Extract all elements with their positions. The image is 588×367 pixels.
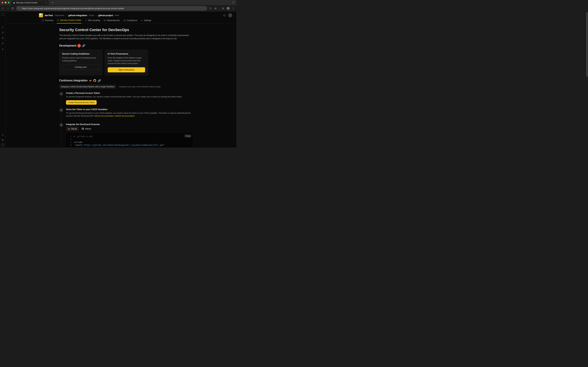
pill-gitlab[interactable]: GitLab	[66, 127, 79, 131]
svg-point-9	[2, 134, 3, 135]
theme-toggle-icon[interactable]	[223, 14, 226, 17]
svg-point-3	[19, 8, 20, 9]
tab-settings[interactable]: Settings	[141, 19, 151, 24]
breadcrumb: devTest Organization / github-integratio…	[45, 14, 119, 17]
breadcrumb-sep: /	[96, 14, 97, 17]
rail-circle-icon[interactable]	[1, 42, 4, 45]
svg-point-14	[105, 20, 105, 21]
rail-gear-icon[interactable]	[1, 133, 4, 136]
rail-list-icon[interactable]	[1, 31, 4, 34]
step-2: 2 Store the Token in your CI/CD Variable…	[59, 108, 193, 120]
create-pat-button[interactable]: Create Personal Access Token	[66, 100, 97, 105]
ci-sub-tabs: Integrate a whole DevSecOps-Pipeline wit…	[59, 85, 193, 89]
breadcrumb-asset[interactable]: github-project	[98, 14, 113, 17]
step-number: 3	[59, 123, 63, 127]
search-icon[interactable]	[209, 7, 212, 10]
sub-tab-step-by-step[interactable]: Integrate each part of the Pipeline Step…	[117, 85, 162, 89]
page-content: Security Control Center for DevSecOps Th…	[6, 24, 193, 148]
card-desc: Produce secure code by following secure …	[62, 56, 100, 62]
tab-overview[interactable]: Overview	[42, 19, 53, 24]
rail-collapse-icon[interactable]	[1, 144, 4, 146]
main-area: devTest Organization / github-integratio…	[6, 12, 236, 148]
svg-point-17	[142, 20, 142, 21]
step-title: Integrate the DevGuard-Scanner	[66, 123, 193, 125]
minimize-window[interactable]	[5, 2, 7, 3]
pill-github[interactable]: GitHub	[80, 127, 93, 131]
step-connector	[61, 113, 61, 123]
rail-edit-icon[interactable]	[1, 26, 4, 29]
browser-toolbar: https://main.devguard.org/devtest/projec…	[0, 5, 236, 12]
new-tab-button[interactable]: +	[52, 1, 53, 4]
breadcrumb-org[interactable]: devTest	[45, 14, 53, 17]
development-heading: Development 🔗	[59, 44, 193, 47]
top-bar: devTest Organization / github-integratio…	[6, 12, 236, 17]
tab-dependencies[interactable]: Dependencies	[104, 19, 120, 24]
step-1: 1 Create a Personal Access Token To use …	[59, 92, 193, 105]
step-title: Store the Token in your CI/CD Variables	[66, 108, 193, 111]
step-connector	[61, 128, 61, 148]
address-bar[interactable]: https://main.devguard.org/devtest/projec…	[16, 6, 207, 11]
bookmark-icon[interactable]	[214, 7, 217, 10]
breadcrumb-project-tag: Project	[89, 14, 94, 16]
browser-tab-bar: ◆ Security Control Center × +	[0, 0, 236, 5]
rail-panel-icon[interactable]	[1, 13, 4, 16]
reload-button[interactable]	[11, 7, 14, 10]
svg-point-6	[233, 8, 233, 8]
browser-tab[interactable]: ◆ Security Control Center ×	[11, 0, 49, 5]
step-number: 1	[59, 92, 63, 96]
tab-title: Security Control Center	[16, 1, 37, 4]
step-connector	[61, 97, 61, 108]
svg-point-4	[210, 8, 211, 9]
sub-tab-single-workflow[interactable]: Integrate a whole DevSecOps-Pipeline wit…	[59, 85, 116, 89]
forward-button[interactable]	[7, 7, 9, 10]
open-instructions-button[interactable]: Open Instructions	[108, 67, 145, 72]
breadcrumb-sep: /	[66, 14, 67, 17]
link-emoji-icon: 🔗	[82, 44, 86, 47]
step-3: 3 Integrate the DevGuard-Scanner GitLab …	[59, 123, 193, 148]
back-button[interactable]	[2, 7, 4, 10]
app-logo[interactable]	[39, 13, 43, 17]
rail-scale-icon[interactable]	[1, 37, 4, 39]
rail-help-icon[interactable]	[1, 139, 4, 141]
user-avatar[interactable]	[228, 13, 232, 17]
copy-button[interactable]: Copy	[184, 134, 191, 137]
code-block: Copy 1# .gitlab-ci.yml 2 3include: 4- re…	[66, 133, 193, 148]
maximize-window[interactable]	[8, 2, 9, 3]
left-rail: g	[0, 12, 6, 148]
step-desc: To use the DevGuard-Scanner in your CI/C…	[66, 112, 193, 117]
gitlab-docs-link[interactable]: GitLab Documentation	[95, 115, 114, 117]
svg-rect-0	[18, 8, 19, 8]
tab-compliance[interactable]: Compliance	[123, 19, 137, 24]
tab-risk-handling[interactable]: Risk handling	[85, 19, 100, 24]
github-icon	[93, 79, 96, 82]
site-settings-icon[interactable]	[18, 7, 20, 9]
profile-avatar[interactable]	[227, 7, 230, 10]
step-desc: To use the Devguard-Scanner, you need to…	[66, 95, 193, 98]
close-window[interactable]	[2, 2, 3, 3]
page-subtitle: The Security Control Center provides you…	[59, 34, 192, 40]
coming-soon-button[interactable]: Coming soon	[62, 64, 100, 70]
tab-security-control-center[interactable]: Security Control Center	[57, 19, 81, 24]
ci-heading: Continous Integration 🔗	[59, 79, 193, 82]
page-title: Security Control Center for DevSecOps	[59, 28, 193, 32]
gitlab-icon	[89, 79, 92, 82]
step-title: Create a Personal Access Token	[66, 92, 193, 94]
tab-favicon: ◆	[13, 1, 15, 4]
page-url: https://main.devguard.org/devtest/projec…	[22, 7, 124, 10]
chevron-down-icon[interactable]	[232, 1, 235, 4]
git-icon	[77, 43, 81, 48]
step-number: 2	[59, 108, 63, 112]
card-title: In-Toto Provenance	[108, 52, 145, 55]
breadcrumb-org-tag: Organization	[55, 14, 64, 16]
svg-point-13	[104, 19, 104, 20]
extensions-icon[interactable]	[222, 7, 224, 10]
link-emoji-icon: 🔗	[98, 79, 101, 82]
divider	[219, 7, 219, 10]
breadcrumb-project[interactable]: github-integration	[68, 14, 87, 17]
menu-icon[interactable]	[232, 7, 235, 10]
close-tab-icon[interactable]: ×	[46, 1, 47, 4]
scm-pill-tabs: GitLab GitHub	[66, 127, 193, 131]
svg-point-11	[2, 140, 3, 140]
github-docs-link[interactable]: GitHub Documentation	[115, 115, 135, 117]
rail-letter-g[interactable]: g	[1, 48, 4, 50]
